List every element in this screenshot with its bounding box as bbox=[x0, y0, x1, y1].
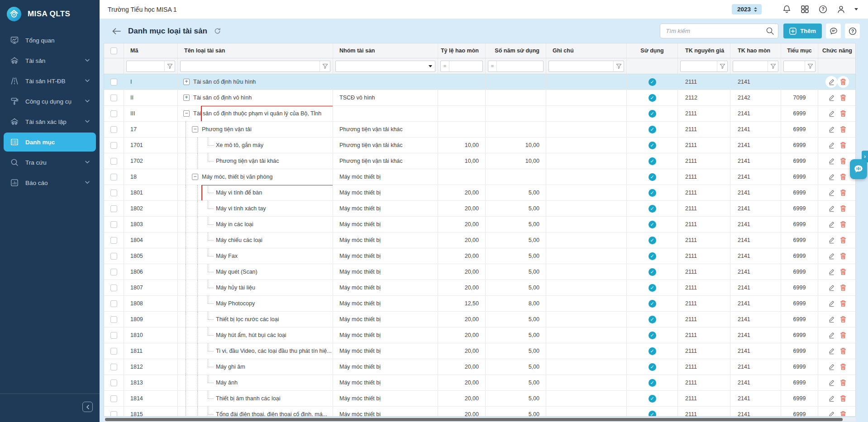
edit-button[interactable] bbox=[825, 123, 837, 135]
edit-button[interactable] bbox=[825, 139, 837, 151]
sidebar-item-danh-muc[interactable]: Danh mục bbox=[4, 133, 96, 152]
table-row[interactable]: 1808Máy PhotocopyMáy móc thiết bị12,508,… bbox=[104, 296, 855, 312]
col-header-ty-le-hao-mon[interactable]: Tỷ lệ hao mòn bbox=[438, 43, 486, 58]
table-row[interactable]: I+Tài sản cố định hữu hình✓21112141 bbox=[104, 74, 855, 90]
edit-button[interactable] bbox=[825, 361, 837, 373]
search-input[interactable] bbox=[666, 28, 766, 34]
sidebar-collapse-button[interactable] bbox=[82, 402, 93, 412]
delete-button[interactable] bbox=[837, 171, 849, 183]
row-checkbox[interactable] bbox=[110, 269, 117, 275]
row-checkbox[interactable] bbox=[110, 332, 117, 339]
table-row[interactable]: 1815Tổng đài điện thoại, điện thoại cố đ… bbox=[104, 407, 855, 416]
table-row[interactable]: 18−Máy móc, thiết bị văn phòngMáy móc th… bbox=[104, 169, 855, 185]
sidebar-item-tong-quan[interactable]: Tổng quan bbox=[4, 31, 96, 50]
filter-funnel-icon[interactable] bbox=[164, 61, 175, 71]
col-header-tk-nguyen-gia[interactable]: TK nguyên giá bbox=[678, 43, 730, 58]
add-button[interactable]: Thêm bbox=[783, 24, 822, 38]
spinner-arrows-icon[interactable] bbox=[753, 6, 758, 13]
col-header-tk-hao-mon[interactable]: TK hao mòn bbox=[730, 43, 781, 58]
delete-button[interactable] bbox=[837, 92, 849, 104]
table-row[interactable]: 1814Thiết bị âm thanh các loạiMáy móc th… bbox=[104, 391, 855, 407]
delete-button[interactable] bbox=[837, 139, 849, 151]
row-checkbox[interactable] bbox=[110, 142, 117, 149]
delete-button[interactable] bbox=[837, 76, 849, 88]
sidebar-item-cong-cu-dung-cu[interactable]: Công cụ dụng cụ bbox=[4, 92, 96, 111]
table-row[interactable]: 1805Máy FaxMáy móc thiết bị20,005,00✓211… bbox=[104, 248, 855, 264]
notification-bell-icon[interactable] bbox=[782, 5, 792, 14]
edit-button[interactable] bbox=[825, 298, 837, 309]
tk2-filter-input[interactable] bbox=[733, 63, 768, 69]
row-checkbox[interactable] bbox=[110, 110, 117, 117]
in-use-check-badge[interactable]: ✓ bbox=[649, 189, 656, 197]
in-use-check-badge[interactable]: ✓ bbox=[649, 252, 656, 260]
sidebar-item-tai-san-xac-lap[interactable]: Tài sản xác lập bbox=[4, 112, 96, 131]
delete-button[interactable] bbox=[837, 108, 849, 119]
in-use-check-badge[interactable]: ✓ bbox=[649, 237, 656, 244]
edit-button[interactable] bbox=[825, 345, 837, 357]
delete-button[interactable] bbox=[837, 329, 849, 341]
edit-button[interactable] bbox=[825, 171, 837, 183]
table-row[interactable]: 1806Máy quét (Scan)Máy móc thiết bị20,00… bbox=[104, 264, 855, 280]
row-checkbox[interactable] bbox=[110, 221, 117, 228]
col-header-chuc-nang[interactable]: Chức năng bbox=[818, 43, 856, 58]
row-checkbox[interactable] bbox=[110, 79, 117, 85]
col-header-ghi-chu[interactable]: Ghi chú bbox=[546, 43, 627, 58]
row-checkbox[interactable] bbox=[110, 348, 117, 355]
delete-button[interactable] bbox=[837, 155, 849, 167]
table-row[interactable]: 1807Máy hủy tài liệuMáy móc thiết bị20,0… bbox=[104, 280, 855, 296]
col-header-ma[interactable]: Mã bbox=[124, 43, 178, 58]
table-row[interactable]: 1801Máy vi tính để bànMáy móc thiết bị20… bbox=[104, 185, 855, 201]
row-checkbox[interactable] bbox=[110, 316, 117, 323]
in-use-check-badge[interactable]: ✓ bbox=[649, 395, 656, 403]
tree-toggle-minus-icon[interactable]: − bbox=[183, 110, 190, 117]
table-row[interactable]: 1811Ti vi, đầu Video, các loại đầu thu p… bbox=[104, 343, 855, 359]
edit-button[interactable] bbox=[825, 250, 837, 262]
help-icon[interactable]: ? bbox=[818, 5, 828, 14]
fiscal-year-selector[interactable]: 2023 bbox=[732, 4, 762, 14]
edit-button[interactable] bbox=[825, 329, 837, 341]
delete-button[interactable] bbox=[837, 123, 849, 135]
delete-button[interactable] bbox=[837, 203, 849, 214]
filter-funnel-icon[interactable] bbox=[320, 61, 330, 71]
in-use-check-badge[interactable]: ✓ bbox=[649, 205, 656, 213]
edit-button[interactable] bbox=[825, 393, 837, 404]
in-use-check-badge[interactable]: ✓ bbox=[649, 284, 656, 292]
in-use-check-badge[interactable]: ✓ bbox=[649, 411, 656, 417]
tree-toggle-plus-icon[interactable]: + bbox=[183, 79, 190, 85]
row-checkbox[interactable] bbox=[110, 95, 117, 101]
sidebar-item-tra-cuu[interactable]: Tra cứu bbox=[4, 153, 96, 172]
col-header-tieu-muc[interactable]: Tiểu mục bbox=[781, 43, 818, 58]
row-checkbox[interactable] bbox=[110, 284, 117, 291]
in-use-check-badge[interactable]: ✓ bbox=[649, 268, 656, 276]
delete-button[interactable] bbox=[837, 393, 849, 404]
in-use-check-badge[interactable]: ✓ bbox=[649, 316, 656, 323]
row-checkbox[interactable] bbox=[110, 300, 117, 307]
edit-button[interactable] bbox=[825, 282, 837, 294]
edit-button[interactable] bbox=[825, 108, 837, 119]
filter-funnel-icon[interactable] bbox=[768, 61, 778, 71]
row-checkbox[interactable] bbox=[110, 190, 117, 196]
tree-toggle-minus-icon[interactable]: − bbox=[192, 174, 198, 180]
in-use-check-badge[interactable]: ✓ bbox=[649, 363, 656, 371]
delete-button[interactable] bbox=[837, 282, 849, 294]
user-account-icon[interactable] bbox=[836, 5, 846, 14]
tree-toggle-plus-icon[interactable]: + bbox=[183, 95, 190, 101]
table-row[interactable]: 1802Máy vi tính xách tayMáy móc thiết bị… bbox=[104, 201, 855, 217]
in-use-check-badge[interactable]: ✓ bbox=[649, 221, 656, 228]
row-checkbox[interactable] bbox=[110, 395, 117, 402]
filter-funnel-icon[interactable] bbox=[613, 61, 624, 71]
table-row[interactable]: 1702Phương tiện vận tải khácPhương tiện … bbox=[104, 153, 855, 169]
filter-funnel-icon[interactable] bbox=[717, 61, 727, 71]
row-checkbox[interactable] bbox=[110, 237, 117, 244]
delete-button[interactable] bbox=[837, 234, 849, 246]
row-checkbox[interactable] bbox=[110, 379, 117, 386]
delete-button[interactable] bbox=[837, 377, 849, 389]
table-row[interactable]: 1812Máy ghi âmMáy móc thiết bị20,005,00✓… bbox=[104, 359, 855, 375]
table-row[interactable]: 1813Máy ảnhMáy móc thiết bị20,005,00✓211… bbox=[104, 375, 855, 391]
back-button[interactable] bbox=[112, 28, 121, 35]
assistant-chat-button[interactable] bbox=[850, 159, 867, 179]
sub-filter-input[interactable] bbox=[784, 63, 805, 69]
table-row[interactable]: 1701Xe mô tô, gắn máyPhương tiện vận tải… bbox=[104, 138, 855, 153]
row-checkbox[interactable] bbox=[110, 205, 117, 212]
code-filter-input[interactable] bbox=[127, 63, 164, 69]
